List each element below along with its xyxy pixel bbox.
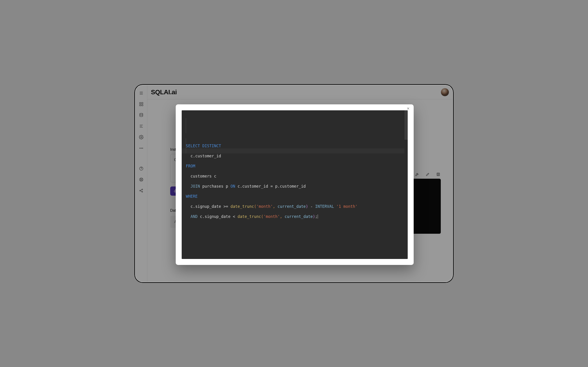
editor-scrollbar[interactable]	[405, 110, 408, 140]
indent-guide	[186, 118, 186, 133]
editor-content: SELECT DISTINCT c.customer_id FROM custo…	[186, 143, 404, 224]
sql-editor[interactable]: SELECT DISTINCT c.customer_id FROM custo…	[182, 110, 408, 259]
device-inner: SQLAI.ai Instructions Generate Data sour…	[135, 85, 453, 282]
device-frame: SQLAI.ai Instructions Generate Data sour…	[134, 84, 454, 283]
active-line-highlight	[182, 148, 405, 153]
close-button[interactable]	[406, 106, 410, 111]
close-icon	[406, 107, 410, 110]
sql-editor-modal: SELECT DISTINCT c.customer_id FROM custo…	[176, 104, 414, 265]
